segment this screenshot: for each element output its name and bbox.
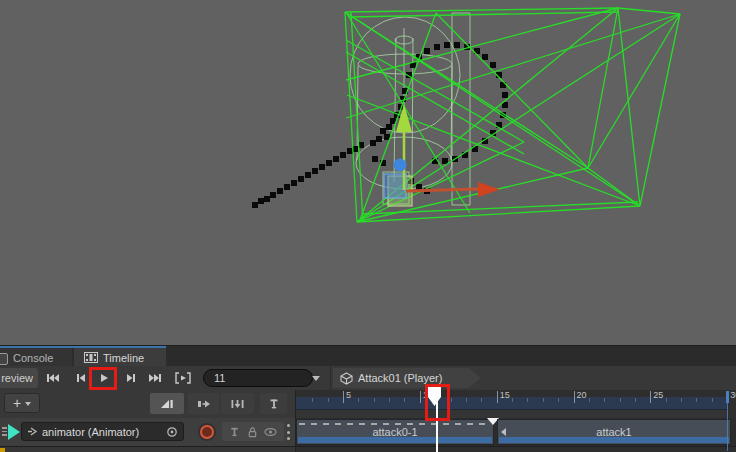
ruler-tick bbox=[374, 398, 375, 402]
next-frame-icon bbox=[125, 372, 137, 384]
object-picker-icon[interactable] bbox=[166, 426, 178, 438]
trajectory-dot bbox=[490, 62, 496, 68]
trajectory-dot bbox=[252, 202, 258, 208]
ruler-tick bbox=[451, 398, 452, 402]
film-icon bbox=[84, 352, 98, 363]
z-axis-ball[interactable] bbox=[394, 159, 407, 172]
trajectory-dot bbox=[372, 156, 378, 162]
ruler-tick bbox=[527, 398, 528, 402]
mix-mode-button[interactable] bbox=[150, 393, 184, 414]
trajectory-dot bbox=[277, 188, 283, 194]
trajectory-dot bbox=[454, 42, 460, 48]
play-range-icon bbox=[174, 372, 192, 384]
trajectory-dot bbox=[333, 156, 339, 162]
collider-wireframe-line bbox=[412, 38, 413, 182]
ruler-tick bbox=[512, 398, 513, 402]
ruler-tick bbox=[358, 398, 359, 402]
animation-track-icon bbox=[8, 424, 20, 440]
marker-toggle-button[interactable] bbox=[260, 393, 287, 414]
trajectory-dot bbox=[319, 164, 325, 170]
lock-icon[interactable] bbox=[247, 426, 258, 438]
ruler-tick-label: 30 bbox=[730, 390, 736, 400]
navmesh-wireframe-line bbox=[346, 40, 524, 142]
ruler-tick bbox=[696, 398, 697, 402]
timeline-panel: Console Timeline review bbox=[0, 345, 736, 452]
cube-icon bbox=[340, 372, 353, 385]
panel-divider bbox=[295, 390, 296, 452]
ruler-tick bbox=[650, 391, 651, 403]
annotation-highlight-box bbox=[425, 384, 450, 421]
clip-progress-bar bbox=[298, 437, 492, 443]
scene-view[interactable] bbox=[0, 0, 736, 345]
ruler-tick bbox=[620, 398, 621, 402]
ruler-lower-strip bbox=[296, 410, 727, 418]
play-range-button[interactable] bbox=[171, 369, 195, 387]
ruler-tick bbox=[389, 398, 390, 402]
trajectory-dot bbox=[340, 152, 346, 158]
previous-frame-icon bbox=[75, 372, 87, 384]
navmesh-wireframe-line bbox=[349, 12, 618, 17]
replace-mode-button[interactable] bbox=[221, 393, 254, 414]
timeline-end-line bbox=[727, 391, 729, 451]
tab-timeline-label: Timeline bbox=[103, 352, 144, 364]
ripple-mode-icon bbox=[196, 398, 211, 410]
plus-icon: + bbox=[13, 396, 21, 410]
frame-dropdown-caret[interactable] bbox=[312, 376, 320, 385]
ruler-tick bbox=[466, 398, 467, 402]
navmesh-wireframe-line bbox=[346, 52, 524, 154]
breadcrumb[interactable]: Attack01 (Player) bbox=[333, 368, 481, 388]
trajectory-dot bbox=[312, 168, 318, 174]
x-axis-arrow[interactable] bbox=[478, 182, 500, 197]
ruler-tick bbox=[712, 398, 713, 402]
go-to-end-button[interactable] bbox=[144, 369, 166, 387]
trajectory-dot bbox=[482, 54, 488, 60]
ruler-tick-label: 5 bbox=[346, 390, 351, 400]
pin-icon[interactable] bbox=[229, 426, 240, 438]
go-to-end-icon bbox=[148, 372, 162, 384]
frame-number-field[interactable] bbox=[203, 369, 313, 387]
navmesh-wireframe-line bbox=[618, 8, 680, 14]
ruler-tick bbox=[420, 391, 421, 403]
timeline-ruler[interactable]: 51015202530 bbox=[296, 390, 736, 418]
trajectory-dot bbox=[424, 48, 430, 54]
ruler-tick bbox=[589, 398, 590, 402]
track-drag-handle-icon bbox=[2, 427, 7, 437]
toolbar-separator bbox=[330, 366, 331, 390]
next-frame-button[interactable] bbox=[120, 369, 142, 387]
trajectory-dot bbox=[291, 180, 297, 186]
timeline-clip[interactable]: attack1 bbox=[497, 419, 731, 445]
ripple-mode-button[interactable] bbox=[188, 393, 219, 414]
go-to-start-button[interactable] bbox=[42, 369, 64, 387]
ruler-tick-label: 20 bbox=[577, 390, 587, 400]
trajectory-dot bbox=[380, 128, 386, 134]
breadcrumb-label: Attack01 (Player) bbox=[358, 372, 442, 384]
trajectory-dot bbox=[376, 136, 382, 142]
tab-bar: Console Timeline bbox=[0, 345, 736, 367]
tab-console[interactable]: Console bbox=[0, 348, 72, 367]
record-button[interactable] bbox=[197, 422, 217, 442]
ruler-tick bbox=[481, 398, 482, 402]
ruler-tick bbox=[574, 391, 575, 403]
chevron-down-icon bbox=[25, 402, 31, 409]
x-axis-line[interactable] bbox=[406, 189, 479, 191]
add-track-button[interactable]: + bbox=[4, 393, 40, 413]
gizmo-plane-handle-blue[interactable] bbox=[384, 174, 406, 198]
navmesh-wireframe-line bbox=[345, 12, 588, 168]
eye-icon[interactable] bbox=[264, 426, 277, 438]
preview-toggle-button[interactable]: review bbox=[0, 368, 38, 388]
timeline-clip[interactable]: attack0-1 bbox=[296, 419, 494, 445]
trajectory-dot bbox=[444, 42, 450, 48]
ruler-tick bbox=[328, 398, 329, 402]
trajectory-dot bbox=[284, 184, 290, 190]
trajectory-dot bbox=[264, 196, 270, 202]
trajectory-dot bbox=[258, 198, 264, 204]
ruler-tick bbox=[543, 398, 544, 402]
trajectory-dot bbox=[326, 160, 332, 166]
ruler-tick bbox=[497, 391, 498, 403]
animator-object-field[interactable]: animator (Animator) bbox=[21, 422, 184, 441]
trajectory-dot bbox=[298, 176, 304, 182]
bottom-strip-left bbox=[0, 447, 296, 452]
marker-toggle-icon bbox=[268, 398, 280, 410]
track-menu-kebab-icon[interactable] bbox=[287, 424, 290, 440]
tab-timeline[interactable]: Timeline bbox=[74, 348, 166, 367]
